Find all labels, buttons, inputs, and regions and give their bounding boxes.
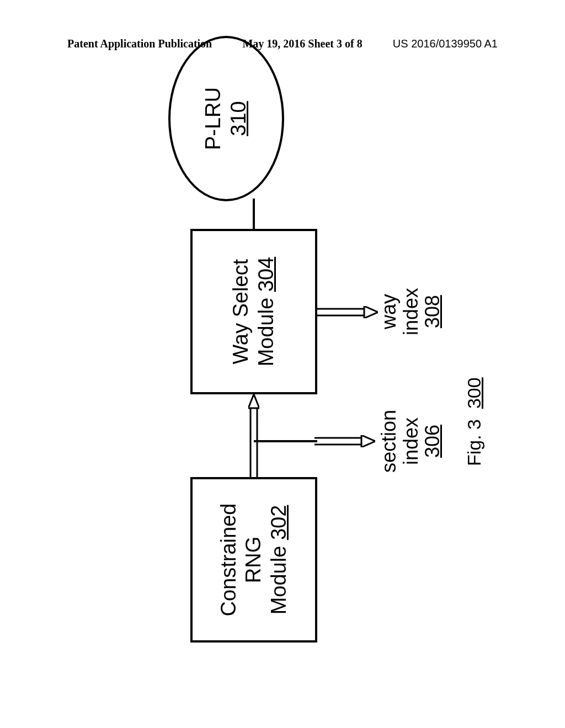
rng-line1: Constrained [216, 504, 242, 617]
way-select-block: Way Select Module 304 [190, 229, 317, 394]
svg-marker-8 [364, 306, 378, 318]
way-index-label: way index 308 [378, 279, 444, 345]
section-down-arrow [315, 435, 375, 447]
figure-ref: 300 [463, 377, 484, 409]
way-ref: 304 [254, 257, 278, 292]
svg-marker-2 [248, 394, 259, 408]
header-left: Patent Application Publication [67, 38, 212, 50]
constrained-rng-block: Constrained RNG Module 302 [190, 477, 317, 643]
way-module-line: Module 304 [254, 257, 279, 367]
figure-label: Fig. 3 300 [463, 377, 485, 466]
arrow-rng-to-way [248, 394, 259, 477]
way-down-arrow [317, 306, 378, 318]
svg-marker-5 [361, 435, 375, 447]
plru-line1: P-LRU [201, 87, 226, 150]
connector-way-to-plru [253, 199, 255, 229]
way-index-ref: 308 [422, 279, 444, 345]
plru-ellipse: P-LRU 310 [168, 36, 284, 201]
way-line1: Way Select [228, 259, 254, 365]
header-right: US 2016/0139950 A1 [393, 38, 498, 50]
section-down-line [254, 440, 317, 442]
rng-module-line: Module 302 [266, 505, 292, 615]
diagram: Constrained RNG Module 302 Way Select Mo… [0, 174, 565, 576]
header-center: May 19, 2016 Sheet 3 of 8 [242, 38, 362, 50]
rng-ref: 302 [267, 505, 290, 540]
rng-line2: RNG [241, 537, 266, 583]
section-ref: 306 [422, 403, 444, 480]
plru-ref: 310 [226, 101, 252, 136]
section-index-label: section index 306 [378, 403, 444, 480]
page-header: Patent Application Publication May 19, 2… [0, 38, 565, 50]
